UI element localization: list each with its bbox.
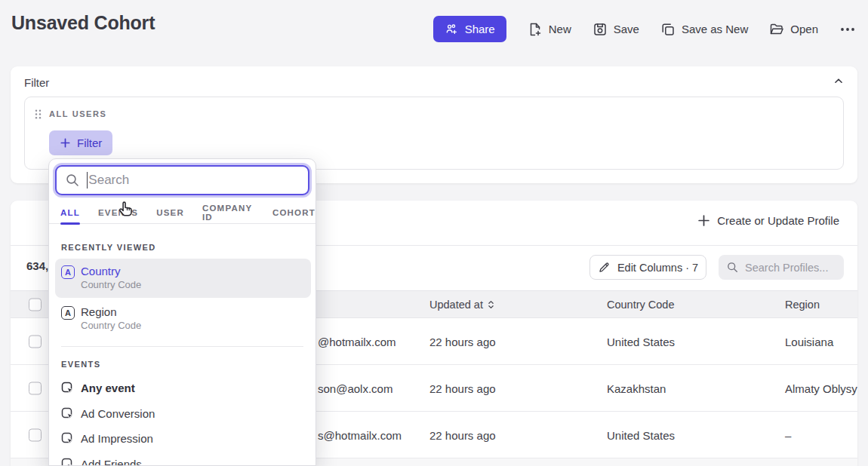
event-click-icon xyxy=(61,382,75,395)
plus-icon xyxy=(60,137,71,149)
cell-email: s@hotmailx.com xyxy=(318,428,402,441)
cell-country-code: United States xyxy=(607,428,675,441)
region-label: Region xyxy=(785,299,820,311)
open-button-label: Open xyxy=(790,23,818,35)
dropdown-item-label: Ad Impression xyxy=(81,432,153,445)
profiles-search xyxy=(719,255,844,280)
dropdown-item-label: Ad Conversion xyxy=(81,407,155,420)
country-code-label: Country Code xyxy=(607,299,674,311)
create-or-update-profile-button[interactable]: Create or Update Profile xyxy=(697,214,839,227)
event-click-icon xyxy=(61,432,75,446)
collapse-panel-button[interactable] xyxy=(832,74,845,87)
share-button-label: Share xyxy=(465,23,495,35)
share-button[interactable]: Share xyxy=(433,16,506,42)
cell-updated-at: 22 hours ago xyxy=(429,428,496,441)
save-button[interactable]: Save xyxy=(593,22,639,37)
events-section-label: EVENTS xyxy=(61,360,100,369)
dropdown-item-sublabel: Country Code xyxy=(81,320,141,331)
dropdown-item-label: Country xyxy=(81,265,121,277)
divider xyxy=(61,346,303,347)
cell-email: @hotmailx.com xyxy=(318,335,396,348)
dropdown-search xyxy=(55,165,309,195)
dropdown-search-input[interactable] xyxy=(88,173,300,188)
dropdown-item-country[interactable]: A Country Country Code xyxy=(55,259,311,298)
save-as-new-button[interactable]: Save as New xyxy=(660,22,748,37)
new-button-label: New xyxy=(549,23,571,35)
add-filter-button[interactable]: Filter xyxy=(49,130,112,155)
cell-updated-at: 22 hours ago xyxy=(429,382,496,394)
column-header-region[interactable]: Region xyxy=(785,299,820,311)
dropdown-item-any-event[interactable]: Any event xyxy=(55,376,311,401)
dropdown-item-ad-impression[interactable]: Ad Impression xyxy=(55,427,311,452)
profiles-search-input[interactable] xyxy=(745,262,836,274)
dropdown-item-label: Region xyxy=(81,305,117,318)
cell-updated-at: 22 hours ago xyxy=(429,335,496,348)
dropdown-tabs: ALL EVENTS USER COMPANY ID COHORT xyxy=(49,201,315,224)
pencil-icon xyxy=(598,261,611,274)
new-button[interactable]: New xyxy=(528,22,571,37)
header-actions: Share New Save xyxy=(433,16,856,42)
row-checkbox[interactable] xyxy=(29,335,42,348)
plus-icon xyxy=(697,214,710,227)
chevron-up-icon xyxy=(832,74,845,87)
row-checkbox[interactable] xyxy=(29,428,42,441)
save-button-label: Save xyxy=(614,23,639,35)
drag-handle-icon[interactable] xyxy=(34,109,42,123)
recently-viewed-section-label: RECENTLY VIEWED xyxy=(61,243,156,252)
cell-region: Almaty Oblysy xyxy=(785,382,857,394)
dropdown-item-label: Add Friends xyxy=(81,458,142,466)
dropdown-item-ad-conversion[interactable]: Ad Conversion xyxy=(55,402,311,427)
row-checkbox[interactable] xyxy=(29,382,42,394)
tab-cohort[interactable]: COHORT xyxy=(272,201,315,224)
filter-panel-title: Filter xyxy=(24,76,49,89)
sort-icon[interactable] xyxy=(488,299,494,310)
cohort-builder-app: Unsaved Cohort Share New xyxy=(0,0,868,466)
open-folder-icon xyxy=(769,22,784,37)
page-title: Unsaved Cohort xyxy=(11,12,155,34)
edit-columns-button[interactable]: Edit Columns · 7 xyxy=(589,255,706,280)
save-floppy-icon xyxy=(593,22,608,37)
create-or-update-profile-label: Create or Update Profile xyxy=(717,214,839,227)
tab-company-id[interactable]: COMPANY ID xyxy=(202,201,254,224)
event-click-icon xyxy=(61,458,75,466)
event-click-icon xyxy=(61,407,75,421)
cell-country-code: Kazakhstan xyxy=(607,382,666,394)
cell-email: son@aolx.com xyxy=(318,382,392,394)
ellipsis-icon xyxy=(839,22,856,37)
dropdown-item-label: Any event xyxy=(81,382,135,394)
letter-a-property-icon: A xyxy=(61,306,75,320)
cell-region: Louisiana xyxy=(785,335,833,348)
copy-icon xyxy=(660,22,676,37)
open-button[interactable]: Open xyxy=(769,22,818,37)
column-header-updated-at[interactable]: Updated at xyxy=(429,299,494,311)
tab-user[interactable]: USER xyxy=(156,201,184,224)
dropdown-item-sublabel: Country Code xyxy=(81,279,141,290)
dropdown-item-add-friends[interactable]: Add Friends xyxy=(55,452,311,466)
dropdown-item-region[interactable]: A Region Country Code xyxy=(55,299,311,339)
new-file-icon xyxy=(528,22,543,37)
tab-events[interactable]: EVENTS xyxy=(98,201,138,224)
search-icon xyxy=(65,173,80,188)
updated-at-label: Updated at xyxy=(429,299,483,311)
cell-region: – xyxy=(785,428,791,441)
filter-property-dropdown: ALL EVENTS USER COMPANY ID COHORT RECENT… xyxy=(48,158,316,466)
more-options-button[interactable] xyxy=(839,22,856,37)
letter-a-property-icon: A xyxy=(61,265,75,279)
add-filter-button-label: Filter xyxy=(77,136,102,149)
text-caret xyxy=(87,172,88,189)
cell-country-code: United States xyxy=(607,335,675,348)
save-as-new-button-label: Save as New xyxy=(682,23,748,35)
search-icon xyxy=(726,261,739,274)
all-users-label: ALL USERS xyxy=(49,109,107,118)
select-all-checkbox[interactable] xyxy=(29,298,42,311)
share-users-icon xyxy=(445,23,458,36)
tab-all[interactable]: ALL xyxy=(60,201,80,224)
column-header-country-code[interactable]: Country Code xyxy=(607,299,674,311)
edit-columns-label: Edit Columns · 7 xyxy=(617,262,698,274)
